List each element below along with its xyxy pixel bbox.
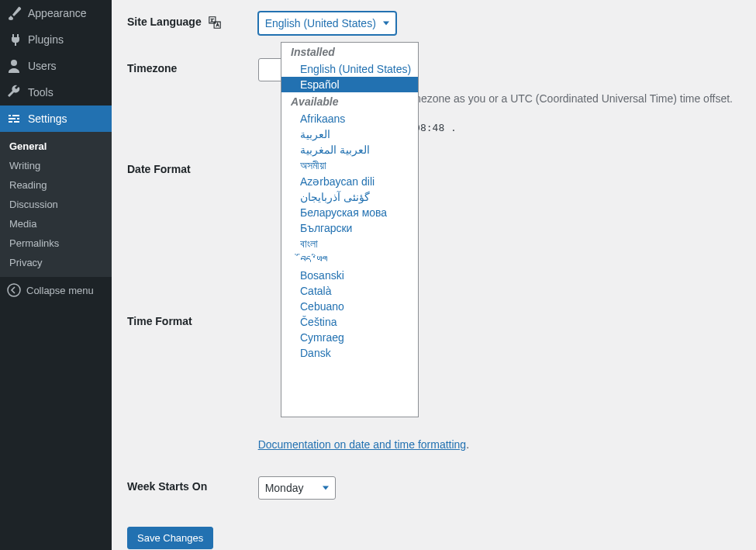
site-language-select[interactable]: English (United States) bbox=[258, 12, 396, 35]
sliders-icon bbox=[6, 111, 22, 126]
date-time-docs-link[interactable]: Documentation on date and time formattin… bbox=[258, 438, 467, 451]
sidebar-item-label: Tools bbox=[28, 86, 54, 99]
language-option[interactable]: العربية bbox=[281, 126, 418, 142]
sidebar-item-plugins[interactable]: Plugins bbox=[0, 26, 112, 53]
language-optgroup: Available bbox=[281, 92, 418, 111]
language-option[interactable]: བོད་ཡིག bbox=[281, 252, 418, 268]
language-option[interactable]: Español bbox=[281, 77, 418, 92]
language-option[interactable]: Беларуская мова bbox=[281, 205, 418, 220]
site-language-listbox[interactable]: InstalledEnglish (United States)EspañolA… bbox=[281, 42, 419, 417]
language-option[interactable]: Cymraeg bbox=[281, 330, 418, 345]
submenu-item[interactable]: Permalinks bbox=[0, 233, 112, 253]
language-option[interactable]: Čeština bbox=[281, 314, 418, 330]
collapse-label: Collapse menu bbox=[26, 285, 94, 296]
language-option[interactable]: Català bbox=[281, 283, 418, 299]
label-time-format: Time Format bbox=[127, 315, 192, 327]
collapse-icon bbox=[6, 282, 22, 298]
sidebar-item-label: Settings bbox=[28, 112, 67, 125]
label-week-starts: Week Starts On bbox=[127, 480, 207, 493]
collapse-menu[interactable]: Collapse menu bbox=[0, 277, 112, 303]
wrench-icon bbox=[6, 85, 22, 100]
sidebar-item-users[interactable]: Users bbox=[0, 53, 112, 79]
label-site-language: Site Language bbox=[127, 0, 250, 47]
label-timezone: Timezone bbox=[127, 62, 177, 74]
brush-icon bbox=[6, 5, 22, 21]
plug-icon bbox=[6, 32, 22, 47]
submenu-item[interactable]: Reading bbox=[0, 175, 112, 195]
settings-submenu: GeneralWritingReadingDiscussionMediaPerm… bbox=[0, 132, 112, 277]
submenu-item[interactable]: Writing bbox=[0, 156, 112, 175]
user-icon bbox=[6, 58, 22, 74]
translate-icon bbox=[208, 16, 222, 29]
week-starts-select[interactable]: Monday bbox=[258, 476, 336, 500]
language-option[interactable]: বাংলা bbox=[281, 236, 418, 252]
sidebar-item-label: Users bbox=[28, 60, 57, 72]
label-date-format: Date Format bbox=[127, 163, 191, 175]
chevron-down-icon bbox=[319, 482, 332, 494]
admin-sidebar: Appearance Plugins Users Tools Settings … bbox=[0, 0, 112, 550]
language-optgroup: Installed bbox=[281, 43, 418, 61]
selected-language: English (United States) bbox=[265, 16, 376, 32]
submenu-item[interactable]: Media bbox=[0, 214, 112, 233]
language-option[interactable]: گؤنئی آذربایجان bbox=[281, 189, 418, 205]
svg-point-0 bbox=[8, 284, 20, 296]
sidebar-item-label: Plugins bbox=[28, 33, 64, 46]
site-language-listbox-scroll[interactable]: InstalledEnglish (United States)EspañolA… bbox=[281, 43, 418, 417]
language-option[interactable]: English (United States) bbox=[281, 61, 418, 77]
language-option[interactable]: অসমীয়া bbox=[281, 157, 418, 174]
chevron-down-icon bbox=[380, 17, 392, 29]
sidebar-item-appearance[interactable]: Appearance bbox=[0, 0, 112, 26]
submenu-item[interactable]: Discussion bbox=[0, 195, 112, 214]
week-starts-value: Monday bbox=[265, 480, 304, 496]
language-option[interactable]: Български bbox=[281, 220, 418, 236]
sidebar-item-settings[interactable]: Settings bbox=[0, 106, 112, 132]
settings-general-form: Site Language English (United States) Ti… bbox=[112, 0, 756, 550]
language-option[interactable]: Dansk bbox=[281, 345, 418, 361]
language-option[interactable]: Bosanski bbox=[281, 268, 418, 283]
language-option[interactable]: Afrikaans bbox=[281, 111, 418, 126]
language-option[interactable]: Azərbaycan dili bbox=[281, 174, 418, 189]
language-option[interactable]: Cebuano bbox=[281, 299, 418, 314]
language-option[interactable]: العربية المغربية bbox=[281, 142, 418, 157]
sidebar-item-label: Appearance bbox=[28, 7, 87, 19]
save-changes-button[interactable]: Save Changes bbox=[127, 527, 213, 549]
submenu-item[interactable]: General bbox=[0, 137, 112, 156]
submenu-item[interactable]: Privacy bbox=[0, 253, 112, 272]
sidebar-item-tools[interactable]: Tools bbox=[0, 79, 112, 106]
